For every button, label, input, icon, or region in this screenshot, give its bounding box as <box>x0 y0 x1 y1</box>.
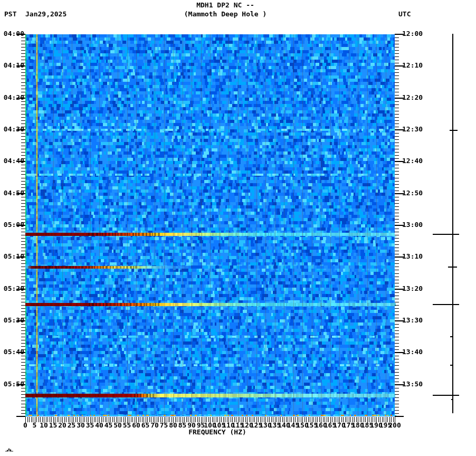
frequency-tick-label: 15 <box>49 422 58 429</box>
right-axis-tick-label: 12:10 <box>402 62 423 69</box>
frequency-tick-label: 60 <box>132 422 140 429</box>
left-axis-tick-label: 04:30 <box>1 126 24 133</box>
left-axis-tick-label: 05:50 <box>1 381 24 388</box>
frequency-tick-label: 200 <box>388 422 401 429</box>
frequency-tick-label: 75 <box>160 422 168 429</box>
right-axis-tick-label: 12:40 <box>402 157 423 165</box>
left-axis-tick-label: 05:00 <box>1 221 24 229</box>
frequency-tick-label: 10 <box>40 422 48 429</box>
left-axis-tick-label: 04:10 <box>1 62 24 69</box>
right-axis-tick-label: 12:00 <box>402 30 423 37</box>
left-axis-tick-label: 05:40 <box>1 348 24 356</box>
right-axis-tick-label: 12:30 <box>402 126 423 133</box>
right-axis-tick-label: 13:10 <box>402 253 423 260</box>
frequency-tick-label: 30 <box>77 422 85 429</box>
timezone-right-label: UTC <box>398 11 411 18</box>
frequency-tick-label: 20 <box>58 422 66 429</box>
right-axis-tick-label: 13:50 <box>402 381 423 388</box>
right-axis-tick-label: 12:50 <box>402 189 423 197</box>
frequency-tick-label: 80 <box>169 422 177 429</box>
mini-waveform-glyph <box>5 448 14 453</box>
left-axis-tick-label: 05:20 <box>1 285 24 292</box>
frequency-tick-label: 35 <box>86 422 94 429</box>
timezone-left-label: PST <box>4 11 16 18</box>
right-axis-tick-label: 12:20 <box>402 94 423 101</box>
left-axis-tick-label: 04:00 <box>1 30 24 37</box>
right-axis-tick-label: 13:30 <box>402 317 423 324</box>
station-subtitle: (Mammoth Deep Hole ) <box>184 11 267 18</box>
frequency-tick-label: 65 <box>141 422 150 429</box>
station-title: MDH1 DP2 NC -- <box>196 2 254 9</box>
left-axis-tick-label: 04:50 <box>1 189 24 197</box>
frequency-tick-label: 5 <box>33 422 37 429</box>
frequency-tick-label: 55 <box>123 422 131 429</box>
left-axis-tick-label: 05:10 <box>1 253 24 260</box>
frequency-tick-label: 45 <box>104 422 113 429</box>
right-axis-tick-label: 13:40 <box>402 348 423 356</box>
date-label: Jan29,2025 <box>25 11 66 18</box>
frequency-tick-label: 50 <box>113 422 122 429</box>
frequency-tick-label: 70 <box>150 422 159 429</box>
right-axis-tick-label: 13:00 <box>402 221 423 229</box>
frequency-tick-label: 85 <box>178 422 187 429</box>
left-axis-tick-label: 04:20 <box>1 94 24 101</box>
frequency-tick-label: 0 <box>23 422 27 429</box>
left-axis-tick-label: 05:30 <box>1 317 24 324</box>
right-axis-tick-label: 13:20 <box>402 285 423 292</box>
frequency-tick-label: 40 <box>95 422 103 429</box>
frequency-tick-label: 25 <box>68 422 76 429</box>
frequency-axis-title: FREQUENCY (HZ) <box>188 429 246 436</box>
left-axis-tick-label: 04:40 <box>1 157 24 165</box>
spectrogram-page: { "header": { "tz_left": "PST", "date": … <box>0 0 476 456</box>
